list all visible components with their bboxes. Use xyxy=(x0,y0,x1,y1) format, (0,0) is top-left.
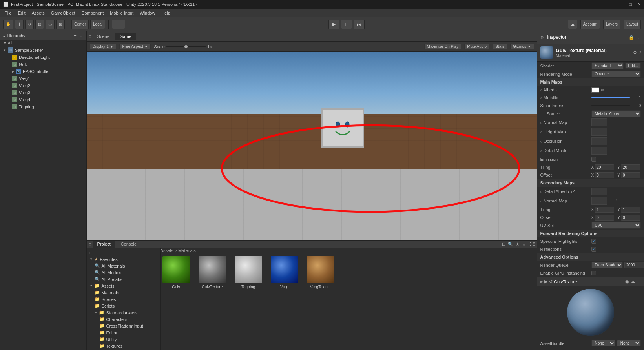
center-button[interactable]: Center xyxy=(71,20,89,29)
scene-tab-options[interactable]: ⚙ xyxy=(88,34,92,38)
play-gulv-icon[interactable]: ▶ xyxy=(544,279,547,284)
reload-gulv-icon[interactable]: ↺ xyxy=(549,279,553,284)
menu-mobile-input[interactable]: Mobile Input xyxy=(107,10,137,16)
asset-bundle-dropdown[interactable]: None xyxy=(591,340,615,346)
emission-checkbox[interactable] xyxy=(591,157,596,162)
inspector-help-icon[interactable]: ? xyxy=(639,50,641,55)
menu-window[interactable]: Window xyxy=(137,10,158,16)
project-tree-textures[interactable]: 📁 Textures xyxy=(87,343,160,349)
tiling2-y-input[interactable] xyxy=(621,207,640,213)
project-tree-scripts[interactable]: 📁 Scripts xyxy=(87,303,160,309)
uv-set-dropdown[interactable]: UV0 xyxy=(591,222,641,229)
account-button[interactable]: Account xyxy=(580,20,600,29)
hierarchy-item-vaeg4[interactable]: □ Væg4 xyxy=(0,96,86,103)
project-tree-utility[interactable]: 📁 Utility xyxy=(87,336,160,343)
shader-dropdown[interactable]: Standard xyxy=(591,62,624,69)
normal-map-slot[interactable] xyxy=(591,118,607,126)
project-tree-assets[interactable]: ▼ 📁 Assets xyxy=(87,283,160,289)
gulv-icon-3[interactable]: ⋮ xyxy=(637,279,641,284)
tiling-x-input[interactable] xyxy=(595,164,614,170)
project-options-1[interactable]: ⊡ xyxy=(502,242,505,247)
rect-tool-button[interactable]: ▭ xyxy=(46,20,55,29)
offset-y-input[interactable] xyxy=(621,172,640,178)
tiling-y-input[interactable] xyxy=(621,164,640,170)
project-tree-materials[interactable]: 📁 Materials xyxy=(87,289,160,296)
asset-item-gulvtexture[interactable]: GulvTexture xyxy=(197,256,228,289)
asset-item-vaeg[interactable]: Væg xyxy=(269,256,300,289)
gpu-instancing-checkbox[interactable] xyxy=(591,271,596,275)
project-tree-all-prefabs[interactable]: 🔍 All Prefabs xyxy=(87,276,160,283)
maximize-button[interactable]: □ xyxy=(629,2,632,7)
transform-tool-button[interactable]: ⊞ xyxy=(56,20,65,29)
maximize-on-play-button[interactable]: Maximize On Play xyxy=(424,44,462,49)
scale-track[interactable] xyxy=(166,46,206,47)
project-tree-standard-assets[interactable]: ▼ 📁 Standard Assets xyxy=(87,309,160,316)
hierarchy-item-vaeg1[interactable]: □ Væg1 xyxy=(0,75,86,82)
project-tree-editor[interactable]: 📁 Editor xyxy=(87,329,160,336)
menu-component[interactable]: Component xyxy=(78,10,107,16)
minimize-button[interactable]: — xyxy=(619,2,624,7)
reflections-checkbox[interactable] xyxy=(591,247,596,252)
hand-tool-button[interactable]: ✋ xyxy=(3,20,13,29)
menu-gameobject[interactable]: GameObject xyxy=(48,10,78,16)
project-tree-all-materials[interactable]: 🔍 All Materials xyxy=(87,262,160,269)
project-options-3[interactable]: ★ xyxy=(516,242,520,247)
gulv-icon-1[interactable]: ◉ xyxy=(625,279,629,284)
hierarchy-options-button[interactable]: ⋮ xyxy=(79,33,83,38)
inspector-settings-icon[interactable]: ⚙ xyxy=(633,50,637,55)
scale-tool-button[interactable]: ⊡ xyxy=(35,20,44,29)
close-button[interactable]: ✕ xyxy=(637,2,641,7)
stats-button[interactable]: Stats xyxy=(493,44,507,49)
project-options-5[interactable]: ⋮8 xyxy=(528,242,535,247)
tab-game[interactable]: Game xyxy=(115,33,136,40)
gulv-icon-2[interactable]: ☁ xyxy=(631,279,635,284)
scene-viewport[interactable] xyxy=(87,52,537,240)
height-map-slot[interactable] xyxy=(591,128,607,136)
project-tree-characters[interactable]: 📁 Characters xyxy=(87,316,160,323)
smoothness-slider[interactable]: 0 xyxy=(591,104,641,108)
normal-map2-slot[interactable] xyxy=(591,197,607,205)
tab-scene[interactable]: Scene xyxy=(93,33,114,40)
tab-console[interactable]: Console xyxy=(116,241,141,248)
tab-project[interactable]: Project xyxy=(93,241,115,248)
source-dropdown[interactable]: Metallic Alpha xyxy=(591,110,641,117)
asset-item-tegning[interactable]: Tegning xyxy=(233,256,264,289)
asset-bundle-variant-dropdown[interactable]: None xyxy=(617,340,641,346)
project-tree-all-models[interactable]: 🔍 All Models xyxy=(87,269,160,276)
project-add-button[interactable]: + xyxy=(87,250,160,256)
layout-button[interactable]: Layout xyxy=(624,20,641,29)
specular-highlights-checkbox[interactable] xyxy=(591,239,596,244)
detail-albedo-slot[interactable] xyxy=(591,188,607,195)
edit-shader-button[interactable]: Edit... xyxy=(625,63,641,69)
play-button[interactable]: ▶ xyxy=(328,20,339,29)
menu-edit[interactable]: Edit xyxy=(15,10,29,16)
step-button[interactable]: ⏭ xyxy=(354,20,365,29)
render-queue-value[interactable] xyxy=(624,262,644,268)
hierarchy-item-samplescene[interactable]: ▼ ⚙ SampleScene* xyxy=(0,47,86,54)
gizmos-button[interactable]: Gizmos ▼ xyxy=(510,44,534,49)
offset2-y-input[interactable] xyxy=(621,215,640,221)
albedo-color-swatch[interactable] xyxy=(591,87,599,93)
menu-file[interactable]: File xyxy=(2,10,15,16)
inspector-lock-button[interactable]: 🔒 xyxy=(629,35,634,40)
local-button[interactable]: Local xyxy=(90,20,105,29)
mute-audio-button[interactable]: Mute Audio xyxy=(464,44,489,49)
smoothness-track[interactable] xyxy=(591,105,630,106)
hierarchy-item-tegning[interactable]: □ Tegning xyxy=(0,103,86,110)
offset-x-input[interactable] xyxy=(595,172,614,178)
hierarchy-item-directional-light[interactable]: ☀ Directional Light xyxy=(0,54,86,61)
free-aspect-button[interactable]: Free Aspect ▼ xyxy=(119,44,151,49)
hierarchy-all-dropdown[interactable]: ▼ All xyxy=(3,41,12,45)
project-tree-favorites[interactable]: ▼ ★ Favorites xyxy=(87,256,160,262)
occlusion-slot[interactable] xyxy=(591,137,607,145)
snap-button[interactable]: ⋮⋮ xyxy=(112,20,125,29)
display-button[interactable]: Display 1 ▼ xyxy=(90,44,117,49)
asset-item-vaegtexture[interactable]: VægTextu... xyxy=(305,256,336,289)
collab-button[interactable]: ☁ xyxy=(568,20,577,29)
project-tree-scenes[interactable]: 📁 Scenes xyxy=(87,296,160,303)
menu-assets[interactable]: Assets xyxy=(29,10,48,16)
menu-help[interactable]: Help xyxy=(158,10,173,16)
project-options-2[interactable]: 🔍 xyxy=(508,242,513,247)
hierarchy-item-vaeg2[interactable]: □ Væg2 xyxy=(0,82,86,89)
window-controls[interactable]: — □ ✕ xyxy=(619,2,641,7)
